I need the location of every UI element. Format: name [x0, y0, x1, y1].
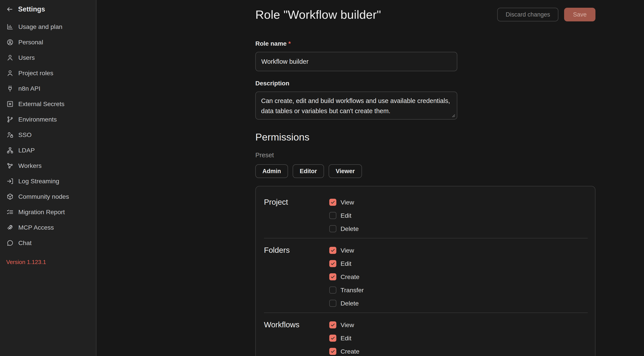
sidebar-item-personal[interactable]: Personal	[6, 34, 90, 50]
permission-label: Transfer	[340, 287, 364, 294]
sidebar-item-users[interactable]: Users	[6, 50, 90, 65]
sidebar-item-mcp-access[interactable]: MCP Access	[6, 220, 90, 235]
checkbox-checked-icon[interactable]	[329, 247, 336, 254]
checkbox-unchecked-icon[interactable]	[329, 212, 336, 219]
sidebar-item-label: Users	[18, 54, 35, 61]
sidebar-item-label: External Secrets	[18, 100, 64, 108]
sidebar-item-label: Chat	[18, 239, 32, 247]
permission-row-project-edit[interactable]: Edit	[329, 212, 359, 219]
permission-row-workflows-create[interactable]: Create	[329, 348, 360, 355]
list-check-icon	[6, 208, 14, 216]
checkbox-unchecked-icon[interactable]	[329, 225, 336, 232]
checkbox-checked-icon[interactable]	[329, 348, 336, 355]
sidebar-nav: Usage and plan Personal Users Project ro…	[6, 19, 90, 251]
permission-label: View	[340, 321, 354, 329]
sidebar-item-migration-report[interactable]: Migration Report	[6, 204, 90, 220]
sidebar-item-environments[interactable]: Environments	[6, 112, 90, 127]
checkbox-checked-icon[interactable]	[329, 273, 336, 280]
sidebar-item-n8n-api[interactable]: n8n API	[6, 81, 90, 96]
preset-button-editor[interactable]: Editor	[293, 164, 324, 178]
permission-group-folders: Folders View Edit Create Transfer Delete	[264, 247, 588, 307]
permission-row-project-view[interactable]: View	[329, 199, 359, 206]
permission-row-folders-delete[interactable]: Delete	[329, 300, 364, 307]
group-divider	[264, 238, 588, 238]
sidebar-item-label: Usage and plan	[18, 23, 62, 30]
sidebar-item-usage-and-plan[interactable]: Usage and plan	[6, 19, 90, 34]
permissions-heading: Permissions	[255, 131, 596, 143]
sidebar-item-chat[interactable]: Chat	[6, 235, 90, 251]
page-title: Role "Workflow builder"	[255, 8, 381, 21]
permission-row-workflows-edit[interactable]: Edit	[329, 335, 360, 342]
sitemap-icon	[6, 146, 14, 154]
settings-sidebar: Settings Usage and plan Personal Users P…	[0, 0, 96, 356]
permission-label: Create	[340, 348, 360, 355]
sidebar-item-label: Environments	[18, 116, 57, 123]
chat-bubble-icon	[6, 239, 14, 247]
mcp-icon	[6, 224, 14, 231]
required-asterisk: *	[288, 40, 291, 47]
sidebar-item-workers[interactable]: Workers	[6, 158, 90, 173]
permission-label: View	[340, 247, 354, 254]
preset-button-viewer[interactable]: Viewer	[328, 164, 362, 178]
permission-row-folders-create[interactable]: Create	[329, 273, 364, 280]
checkbox-checked-icon[interactable]	[329, 199, 336, 206]
sidebar-item-label: Workers	[18, 162, 42, 169]
permission-group-label: Folders	[264, 246, 329, 307]
permission-row-workflows-view[interactable]: View	[329, 321, 360, 329]
checkbox-unchecked-icon[interactable]	[329, 300, 336, 307]
permission-label: Edit	[340, 260, 351, 267]
share-nodes-icon	[6, 162, 14, 169]
permission-row-folders-view[interactable]: View	[329, 247, 364, 254]
description-field-wrap: Can create, edit and build workflows and…	[255, 91, 457, 120]
sidebar-item-ldap[interactable]: LDAP	[6, 142, 90, 158]
preset-label: Preset	[255, 151, 596, 159]
sidebar-item-label: Log Streaming	[18, 178, 59, 185]
checkbox-checked-icon[interactable]	[329, 260, 336, 267]
sidebar-item-community-nodes[interactable]: Community nodes	[6, 189, 90, 204]
checkbox-unchecked-icon[interactable]	[329, 287, 336, 294]
sidebar-item-label: Migration Report	[18, 208, 65, 216]
plug-icon	[6, 85, 14, 92]
sidebar-item-project-roles[interactable]: Project roles	[6, 65, 90, 81]
user-lock-icon	[6, 131, 14, 138]
version-label: Version 1.123.1	[6, 259, 90, 266]
permission-group-label: Workflows	[264, 321, 329, 355]
user-circle-icon	[6, 38, 14, 46]
header-actions: Discard changes Save	[497, 8, 596, 21]
sidebar-item-label: Community nodes	[18, 193, 69, 200]
preset-button-admin[interactable]: Admin	[255, 164, 288, 178]
discard-changes-button[interactable]: Discard changes	[497, 8, 558, 21]
description-textarea[interactable]: Can create, edit and build workflows and…	[255, 91, 457, 120]
main-content: Role "Workflow builder" Discard changes …	[96, 0, 644, 356]
permission-group-project: Project View Edit Delete	[264, 199, 588, 232]
permission-label: View	[340, 199, 354, 206]
permission-label: Edit	[340, 212, 351, 219]
permission-row-folders-edit[interactable]: Edit	[329, 260, 364, 267]
arrow-left-icon	[6, 6, 13, 13]
description-label: Description	[255, 80, 596, 87]
permissions-panel: Project View Edit Delete Folders View Ed…	[255, 186, 596, 356]
log-in-icon	[6, 177, 14, 185]
permission-label: Delete	[340, 225, 359, 233]
sidebar-item-sso[interactable]: SSO	[6, 127, 90, 142]
role-name-input[interactable]	[255, 52, 457, 71]
user-icon	[6, 69, 14, 77]
sidebar-item-log-streaming[interactable]: Log Streaming	[6, 173, 90, 189]
checkbox-checked-icon[interactable]	[329, 321, 336, 329]
permission-label: Create	[340, 273, 360, 281]
sidebar-item-label: Personal	[18, 39, 43, 46]
permission-group-workflows: Workflows View Edit Create	[264, 321, 588, 355]
permission-row-folders-transfer[interactable]: Transfer	[329, 287, 364, 294]
back-button[interactable]	[6, 6, 13, 13]
sidebar-item-label: LDAP	[18, 147, 35, 154]
page-header: Role "Workflow builder" Discard changes …	[255, 7, 596, 22]
preset-buttons: AdminEditorViewer	[255, 164, 596, 178]
sidebar-item-external-secrets[interactable]: External Secrets	[6, 96, 90, 112]
checkbox-checked-icon[interactable]	[329, 335, 336, 342]
permission-label: Edit	[340, 335, 351, 342]
save-button[interactable]: Save	[564, 8, 596, 21]
sidebar-item-label: Project roles	[18, 69, 53, 77]
sidebar-header: Settings	[6, 4, 90, 14]
git-branch-icon	[6, 116, 14, 123]
permission-row-project-delete[interactable]: Delete	[329, 225, 359, 232]
